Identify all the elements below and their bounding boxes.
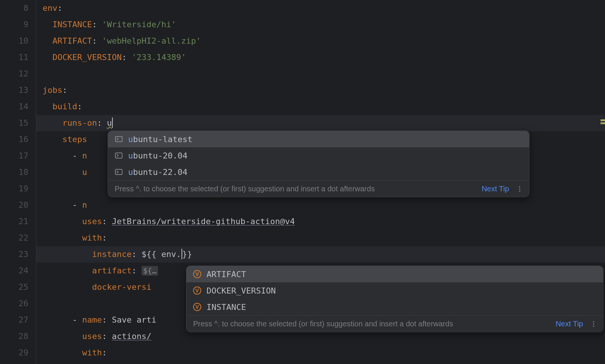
yaml-key: docker-versi <box>92 282 151 292</box>
enum-value-icon <box>115 151 123 160</box>
yaml-key: n <box>82 151 87 160</box>
next-tip-link[interactable]: Next Tip <box>482 185 509 193</box>
more-options-icon[interactable] <box>516 184 523 193</box>
completion-item[interactable]: ubuntu-22.04 <box>108 164 529 180</box>
completion-label: buntu-20.04 <box>133 151 187 160</box>
yaml-key: steps <box>62 135 87 144</box>
completion-label: DOCKER_VERSION <box>207 286 276 295</box>
code-line[interactable]: INSTANCE: 'Writerside/hi' <box>37 16 605 33</box>
scroll-marker[interactable] <box>601 119 605 121</box>
yaml-key: uses <box>82 217 102 226</box>
yaml-key: name <box>82 315 102 324</box>
next-tip-link[interactable]: Next Tip <box>556 320 583 328</box>
variable-icon: V <box>193 270 201 278</box>
yaml-key: DOCKER_VERSION <box>53 53 122 62</box>
line-number-gutter: 8910111213141516171819202122232425262728… <box>0 0 36 364</box>
completion-hint-bar: Press ^. to choose the selected (or firs… <box>186 315 603 332</box>
yaml-key: uses <box>82 332 102 341</box>
code-line[interactable]: with: <box>37 345 605 361</box>
yaml-key: artifact <box>92 266 131 275</box>
yaml-key: INSTANCE <box>53 20 92 29</box>
svg-rect-1 <box>115 153 122 158</box>
completion-popup-env: V ARTIFACT V DOCKER_VERSION V INSTANCE P… <box>186 266 604 332</box>
inlay-hint: ${… <box>142 266 158 276</box>
completion-label: ARTIFACT <box>207 270 246 279</box>
yaml-string: 'Writerside/hi' <box>102 20 176 29</box>
completion-item[interactable]: ubuntu-latest <box>108 131 529 147</box>
yaml-string: 'webHelpHI2-all.zip' <box>102 36 201 46</box>
completion-label: buntu-latest <box>133 135 192 144</box>
yaml-key: instance <box>92 250 131 259</box>
completion-label: buntu-22.04 <box>133 167 187 177</box>
completion-item[interactable]: V INSTANCE <box>186 299 603 315</box>
completion-popup-runs-on: ubuntu-latest ubuntu-20.04 ubuntu-22.04 … <box>108 131 530 197</box>
yaml-key: jobs <box>43 85 62 95</box>
code-line[interactable]: - n <box>37 197 605 213</box>
yaml-key: with <box>82 233 102 242</box>
yaml-key: env <box>43 3 58 13</box>
enum-value-icon <box>115 168 123 176</box>
variable-icon: V <box>193 303 201 311</box>
code-line[interactable]: ARTIFACT: 'webHelpHI2-all.zip' <box>37 33 605 49</box>
more-options-icon[interactable] <box>590 319 597 328</box>
completion-item[interactable]: ubuntu-20.04 <box>108 147 529 164</box>
code-line[interactable]: with: <box>37 230 605 246</box>
env-var: env <box>161 250 176 259</box>
code-line[interactable]: DOCKER_VERSION: '233.14389' <box>37 49 605 66</box>
scroll-marker[interactable] <box>601 122 605 124</box>
yaml-key: ARTIFACT <box>53 36 92 46</box>
svg-rect-0 <box>115 136 122 142</box>
yaml-string: '233.14389' <box>131 53 186 62</box>
code-line[interactable]: jobs: <box>37 82 605 98</box>
completion-hint-bar: Press ^. to choose the selected (or firs… <box>108 180 529 197</box>
enum-value-icon <box>115 135 123 143</box>
completion-hint-text: Press ^. to choose the selected (or firs… <box>115 185 375 193</box>
expr-open: ${{ <box>142 250 161 259</box>
completion-item[interactable]: V DOCKER_VERSION <box>186 282 603 299</box>
code-line[interactable]: uses: JetBrains/writerside-github-action… <box>37 213 605 230</box>
code-line[interactable] <box>37 66 605 82</box>
typed-text: u <box>107 118 112 128</box>
yaml-value-link[interactable]: JetBrains/writerside-github-action@v4 <box>112 217 295 226</box>
yaml-key: runs-on <box>62 118 97 128</box>
yaml-value-link[interactable]: actions/ <box>112 332 151 341</box>
code-line[interactable]: build: <box>37 98 605 115</box>
completion-hint-text: Press ^. to choose the selected (or firs… <box>193 320 453 328</box>
svg-rect-2 <box>115 169 122 175</box>
code-line[interactable]: env: <box>37 0 605 16</box>
completion-label: INSTANCE <box>207 302 246 312</box>
yaml-key: u <box>82 167 87 177</box>
variable-icon: V <box>193 286 201 295</box>
code-line-active[interactable]: instance: ${{ env.}} <box>37 246 605 263</box>
yaml-key: with <box>82 348 102 357</box>
yaml-key: build <box>53 102 77 111</box>
text-caret <box>112 117 113 128</box>
yaml-key: n <box>82 200 87 210</box>
expr-close: }} <box>182 250 192 259</box>
completion-item[interactable]: V ARTIFACT <box>186 266 603 282</box>
code-line-active[interactable]: runs-on: u <box>37 115 605 131</box>
